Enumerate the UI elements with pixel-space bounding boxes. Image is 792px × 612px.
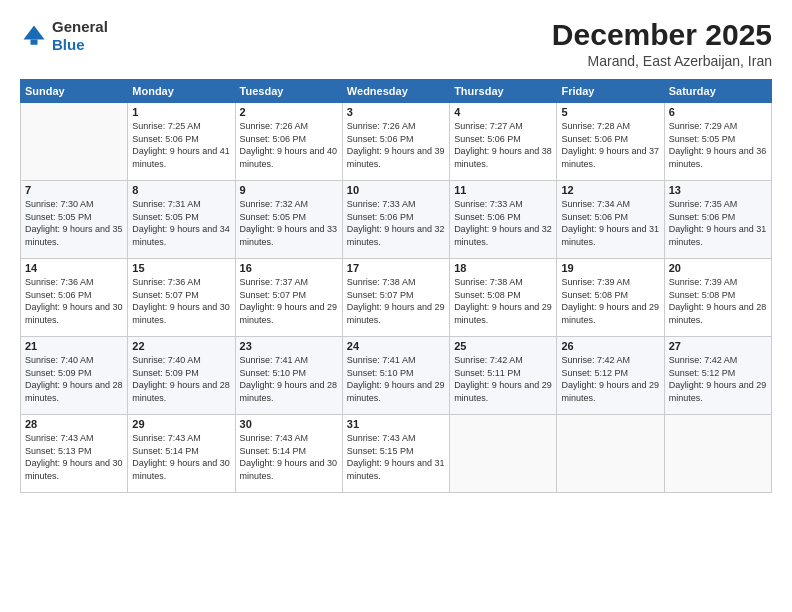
logo: General Blue: [20, 18, 108, 54]
day-number: 7: [25, 184, 123, 196]
day-number: 24: [347, 340, 445, 352]
header-monday: Monday: [128, 80, 235, 103]
day-number: 10: [347, 184, 445, 196]
calendar-cell: 19Sunrise: 7:39 AM Sunset: 5:08 PM Dayli…: [557, 259, 664, 337]
calendar-cell: 17Sunrise: 7:38 AM Sunset: 5:07 PM Dayli…: [342, 259, 449, 337]
day-number: 31: [347, 418, 445, 430]
logo-general: General: [52, 18, 108, 35]
day-info: Sunrise: 7:40 AM Sunset: 5:09 PM Dayligh…: [132, 354, 230, 404]
day-info: Sunrise: 7:27 AM Sunset: 5:06 PM Dayligh…: [454, 120, 552, 170]
header-wednesday: Wednesday: [342, 80, 449, 103]
day-number: 16: [240, 262, 338, 274]
day-info: Sunrise: 7:29 AM Sunset: 5:05 PM Dayligh…: [669, 120, 767, 170]
day-info: Sunrise: 7:26 AM Sunset: 5:06 PM Dayligh…: [347, 120, 445, 170]
calendar-cell: 26Sunrise: 7:42 AM Sunset: 5:12 PM Dayli…: [557, 337, 664, 415]
calendar-cell: 7Sunrise: 7:30 AM Sunset: 5:05 PM Daylig…: [21, 181, 128, 259]
calendar-week-4: 28Sunrise: 7:43 AM Sunset: 5:13 PM Dayli…: [21, 415, 772, 493]
logo-blue: Blue: [52, 36, 85, 53]
day-number: 21: [25, 340, 123, 352]
day-info: Sunrise: 7:31 AM Sunset: 5:05 PM Dayligh…: [132, 198, 230, 248]
day-info: Sunrise: 7:42 AM Sunset: 5:12 PM Dayligh…: [669, 354, 767, 404]
calendar-cell: 4Sunrise: 7:27 AM Sunset: 5:06 PM Daylig…: [450, 103, 557, 181]
day-number: 27: [669, 340, 767, 352]
calendar-week-2: 14Sunrise: 7:36 AM Sunset: 5:06 PM Dayli…: [21, 259, 772, 337]
calendar-cell: 16Sunrise: 7:37 AM Sunset: 5:07 PM Dayli…: [235, 259, 342, 337]
calendar-cell: 24Sunrise: 7:41 AM Sunset: 5:10 PM Dayli…: [342, 337, 449, 415]
day-info: Sunrise: 7:36 AM Sunset: 5:07 PM Dayligh…: [132, 276, 230, 326]
logo-text: General Blue: [52, 18, 108, 54]
day-number: 11: [454, 184, 552, 196]
day-info: Sunrise: 7:28 AM Sunset: 5:06 PM Dayligh…: [561, 120, 659, 170]
day-info: Sunrise: 7:43 AM Sunset: 5:13 PM Dayligh…: [25, 432, 123, 482]
day-info: Sunrise: 7:26 AM Sunset: 5:06 PM Dayligh…: [240, 120, 338, 170]
day-info: Sunrise: 7:33 AM Sunset: 5:06 PM Dayligh…: [454, 198, 552, 248]
day-number: 12: [561, 184, 659, 196]
calendar-cell: 6Sunrise: 7:29 AM Sunset: 5:05 PM Daylig…: [664, 103, 771, 181]
calendar-table: Sunday Monday Tuesday Wednesday Thursday…: [20, 79, 772, 493]
header: General Blue December 2025 Marand, East …: [20, 18, 772, 69]
day-number: 23: [240, 340, 338, 352]
day-info: Sunrise: 7:43 AM Sunset: 5:14 PM Dayligh…: [240, 432, 338, 482]
page: General Blue December 2025 Marand, East …: [0, 0, 792, 612]
calendar-cell: 11Sunrise: 7:33 AM Sunset: 5:06 PM Dayli…: [450, 181, 557, 259]
month-title: December 2025: [552, 18, 772, 51]
calendar-cell: 9Sunrise: 7:32 AM Sunset: 5:05 PM Daylig…: [235, 181, 342, 259]
calendar-cell: 21Sunrise: 7:40 AM Sunset: 5:09 PM Dayli…: [21, 337, 128, 415]
header-saturday: Saturday: [664, 80, 771, 103]
calendar-week-0: 1Sunrise: 7:25 AM Sunset: 5:06 PM Daylig…: [21, 103, 772, 181]
day-info: Sunrise: 7:30 AM Sunset: 5:05 PM Dayligh…: [25, 198, 123, 248]
calendar-cell: 14Sunrise: 7:36 AM Sunset: 5:06 PM Dayli…: [21, 259, 128, 337]
header-sunday: Sunday: [21, 80, 128, 103]
calendar-cell: 3Sunrise: 7:26 AM Sunset: 5:06 PM Daylig…: [342, 103, 449, 181]
day-number: 15: [132, 262, 230, 274]
day-info: Sunrise: 7:34 AM Sunset: 5:06 PM Dayligh…: [561, 198, 659, 248]
calendar-cell: 28Sunrise: 7:43 AM Sunset: 5:13 PM Dayli…: [21, 415, 128, 493]
day-info: Sunrise: 7:41 AM Sunset: 5:10 PM Dayligh…: [240, 354, 338, 404]
day-info: Sunrise: 7:37 AM Sunset: 5:07 PM Dayligh…: [240, 276, 338, 326]
day-number: 22: [132, 340, 230, 352]
day-number: 25: [454, 340, 552, 352]
calendar-cell: 25Sunrise: 7:42 AM Sunset: 5:11 PM Dayli…: [450, 337, 557, 415]
day-info: Sunrise: 7:43 AM Sunset: 5:14 PM Dayligh…: [132, 432, 230, 482]
day-number: 4: [454, 106, 552, 118]
day-info: Sunrise: 7:33 AM Sunset: 5:06 PM Dayligh…: [347, 198, 445, 248]
calendar-cell: 12Sunrise: 7:34 AM Sunset: 5:06 PM Dayli…: [557, 181, 664, 259]
day-number: 8: [132, 184, 230, 196]
calendar-week-3: 21Sunrise: 7:40 AM Sunset: 5:09 PM Dayli…: [21, 337, 772, 415]
day-number: 28: [25, 418, 123, 430]
day-number: 17: [347, 262, 445, 274]
day-number: 29: [132, 418, 230, 430]
calendar-cell: 18Sunrise: 7:38 AM Sunset: 5:08 PM Dayli…: [450, 259, 557, 337]
calendar-cell: 27Sunrise: 7:42 AM Sunset: 5:12 PM Dayli…: [664, 337, 771, 415]
calendar-cell: 30Sunrise: 7:43 AM Sunset: 5:14 PM Dayli…: [235, 415, 342, 493]
logo-icon: [20, 22, 48, 50]
day-info: Sunrise: 7:40 AM Sunset: 5:09 PM Dayligh…: [25, 354, 123, 404]
day-number: 5: [561, 106, 659, 118]
day-info: Sunrise: 7:32 AM Sunset: 5:05 PM Dayligh…: [240, 198, 338, 248]
calendar-cell: 10Sunrise: 7:33 AM Sunset: 5:06 PM Dayli…: [342, 181, 449, 259]
day-number: 20: [669, 262, 767, 274]
calendar-cell: 1Sunrise: 7:25 AM Sunset: 5:06 PM Daylig…: [128, 103, 235, 181]
calendar-cell: 13Sunrise: 7:35 AM Sunset: 5:06 PM Dayli…: [664, 181, 771, 259]
day-number: 19: [561, 262, 659, 274]
day-info: Sunrise: 7:41 AM Sunset: 5:10 PM Dayligh…: [347, 354, 445, 404]
calendar-cell: 8Sunrise: 7:31 AM Sunset: 5:05 PM Daylig…: [128, 181, 235, 259]
calendar-cell: 29Sunrise: 7:43 AM Sunset: 5:14 PM Dayli…: [128, 415, 235, 493]
day-number: 30: [240, 418, 338, 430]
day-info: Sunrise: 7:35 AM Sunset: 5:06 PM Dayligh…: [669, 198, 767, 248]
day-number: 14: [25, 262, 123, 274]
day-info: Sunrise: 7:42 AM Sunset: 5:11 PM Dayligh…: [454, 354, 552, 404]
day-info: Sunrise: 7:36 AM Sunset: 5:06 PM Dayligh…: [25, 276, 123, 326]
calendar-cell: 22Sunrise: 7:40 AM Sunset: 5:09 PM Dayli…: [128, 337, 235, 415]
day-number: 26: [561, 340, 659, 352]
day-number: 18: [454, 262, 552, 274]
svg-rect-1: [31, 40, 38, 45]
title-block: December 2025 Marand, East Azerbaijan, I…: [552, 18, 772, 69]
calendar-cell: [664, 415, 771, 493]
calendar-header-row: Sunday Monday Tuesday Wednesday Thursday…: [21, 80, 772, 103]
calendar-cell: 15Sunrise: 7:36 AM Sunset: 5:07 PM Dayli…: [128, 259, 235, 337]
calendar-cell: 2Sunrise: 7:26 AM Sunset: 5:06 PM Daylig…: [235, 103, 342, 181]
header-friday: Friday: [557, 80, 664, 103]
day-number: 3: [347, 106, 445, 118]
calendar-cell: 5Sunrise: 7:28 AM Sunset: 5:06 PM Daylig…: [557, 103, 664, 181]
